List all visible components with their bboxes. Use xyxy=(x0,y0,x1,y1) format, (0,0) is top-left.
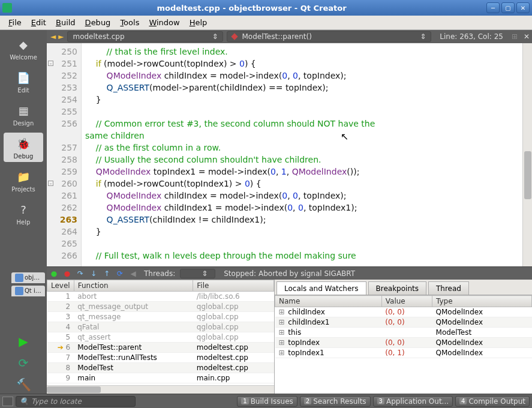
expand-icon[interactable]: ⊞ xyxy=(279,349,286,357)
horizontal-scrollbar[interactable] xyxy=(47,385,274,394)
continue-button[interactable]: ● xyxy=(48,268,60,279)
expand-icon[interactable]: ⊞ xyxy=(279,308,286,316)
gutter-line[interactable]: 254 xyxy=(47,94,77,106)
minimize-button[interactable]: ─ xyxy=(486,2,500,13)
nav-help[interactable]: ?Help xyxy=(4,199,43,228)
code-line[interactable]: // as the first column in a row. xyxy=(85,142,528,154)
code-line[interactable]: if (model->rowCount(topIndex1) > 0) { xyxy=(85,178,528,190)
expand-icon[interactable]: ⊞ xyxy=(279,318,286,326)
menu-tools[interactable]: Tools xyxy=(115,17,144,28)
menu-edit[interactable]: Edit xyxy=(26,17,51,28)
variable-row[interactable]: ⊞ childIndex1(0, 0)QModelIndex xyxy=(275,317,532,328)
column-header[interactable]: Type xyxy=(432,296,532,307)
nav-back-icon[interactable]: ◄ xyxy=(50,32,56,41)
stack-row[interactable]: ➔ 6ModelTest::parentmodeltest.cpp xyxy=(47,343,274,353)
nav-forward-icon[interactable]: ► xyxy=(58,32,64,41)
menu-help[interactable]: Help xyxy=(185,17,212,28)
gutter-line[interactable]: 264 xyxy=(47,226,77,238)
gutter-line[interactable]: -260 xyxy=(47,178,77,190)
code-line[interactable]: } xyxy=(85,94,528,106)
code-line[interactable]: // Usually the second column shouldn't h… xyxy=(85,154,528,166)
code-line[interactable]: QModelIndex childIndex1 = model->index(0… xyxy=(85,202,528,214)
stack-row[interactable]: 8ModelTestmodeltest.cpp xyxy=(47,363,274,373)
menu-debug[interactable]: Debug xyxy=(80,17,116,28)
code-line[interactable]: QModelIndex childIndex = model->index(0,… xyxy=(85,190,528,202)
scroll-thumb[interactable] xyxy=(524,151,531,199)
gutter-line[interactable]: ➔263 xyxy=(47,214,77,226)
column-header[interactable]: Level xyxy=(47,280,74,292)
nav-debug[interactable]: 🐞Debug xyxy=(4,133,43,162)
output-panel-compile-output[interactable]: 4Compile Output xyxy=(455,396,530,407)
step-into-button[interactable]: ↓ xyxy=(88,268,100,279)
locator-input[interactable]: 🔍 Type to locate xyxy=(16,396,136,407)
gutter-line[interactable]: 266 xyxy=(47,250,77,262)
code-line[interactable] xyxy=(85,106,528,118)
maximize-button[interactable]: ▢ xyxy=(501,2,515,13)
stack-row[interactable]: 3qt_messageqglobal.cpp xyxy=(47,312,274,322)
output-panel-build-issues[interactable]: 1Build Issues xyxy=(237,396,297,407)
output-panel-application-out-[interactable]: 3Application Out... xyxy=(373,396,453,407)
code-area[interactable]: // that is the first level index. if (mo… xyxy=(82,43,532,266)
gutter-line[interactable]: 259 xyxy=(47,166,77,178)
code-line[interactable]: QModelIndex topIndex1 = model->index(0, … xyxy=(85,166,528,178)
thread-selector[interactable]: ⇕ xyxy=(180,269,215,278)
build-button[interactable]: 🔨 xyxy=(14,376,32,394)
code-line[interactable]: Q_ASSERT(model->parent(childIndex) == to… xyxy=(85,82,528,94)
code-line[interactable]: // that is the first level index. xyxy=(85,46,528,58)
code-line[interactable]: if (model->rowCount(topIndex) > 0) { xyxy=(85,58,528,70)
step-over-button[interactable]: ↷ xyxy=(74,268,86,279)
column-header[interactable]: Name xyxy=(275,296,382,307)
step-out-button[interactable]: ↑ xyxy=(101,268,113,279)
gutter-line[interactable]: 261 xyxy=(47,190,77,202)
locals-table[interactable]: NameValueType ⊞ childIndex(0, 0)QModelIn… xyxy=(275,295,532,358)
gutter-line[interactable]: 262 xyxy=(47,202,77,214)
code-line[interactable]: QModelIndex childIndex = model->index(0,… xyxy=(85,70,528,82)
code-line[interactable]: // Full test, walk n levels deep through… xyxy=(85,250,528,262)
gutter-line[interactable]: -251 xyxy=(47,58,77,70)
gutter-line[interactable]: 253 xyxy=(47,82,77,94)
gutter-line[interactable]: 265 xyxy=(47,238,77,250)
stack-row[interactable]: 7ModelTest::runAllTestsmodeltest.cpp xyxy=(47,353,274,363)
tab-locals-and-watchers[interactable]: Locals and Watchers xyxy=(276,281,366,295)
nav-welcome[interactable]: ◆Welcome xyxy=(4,34,43,63)
stack-row[interactable]: 4qFatalqglobal.cpp xyxy=(47,322,274,332)
side-tab[interactable]: Qt i...ebug xyxy=(11,286,45,296)
output-panel-search-results[interactable]: 2Search Results xyxy=(300,396,371,407)
gutter-line[interactable]: 257 xyxy=(47,142,77,154)
variable-row[interactable]: ⊞ thisModelTest xyxy=(275,328,532,338)
code-line[interactable]: same children xyxy=(85,130,528,142)
reverse-button[interactable]: ◀ xyxy=(127,268,139,279)
tab-breakpoints[interactable]: Breakpoints xyxy=(368,281,426,295)
vertical-scrollbar[interactable] xyxy=(522,43,532,266)
variable-row[interactable]: ⊞ topIndex1(0, 1)QModelIndex xyxy=(275,348,532,358)
stack-table[interactable]: LevelFunctionFile 1abort/lib/libc.so.62q… xyxy=(47,280,274,383)
output-toggle-button[interactable] xyxy=(2,397,13,406)
menu-file[interactable]: File xyxy=(4,17,26,28)
close-editor-button[interactable]: ✕ xyxy=(521,32,532,41)
nav-projects[interactable]: 📁Projects xyxy=(4,166,43,195)
code-line[interactable] xyxy=(85,238,528,250)
variable-row[interactable]: ⊞ topIndex(0, 0)QModelIndex xyxy=(275,338,532,348)
column-header[interactable]: Value xyxy=(381,296,432,307)
gutter-line[interactable]: 256 xyxy=(47,118,77,130)
stack-row[interactable]: 2qt_message_outputqglobal.cpp xyxy=(47,302,274,312)
open-file-selector[interactable]: modeltest.cpp ⇕ xyxy=(67,31,223,42)
gutter-line[interactable]: 255 xyxy=(47,106,77,118)
code-line[interactable]: Q_ASSERT(childIndex != childIndex1); xyxy=(85,214,528,226)
menu-build[interactable]: Build xyxy=(51,17,80,28)
stop-button[interactable]: ● xyxy=(61,268,73,279)
tab-thread[interactable]: Thread xyxy=(428,281,469,295)
nav-design[interactable]: ▦Design xyxy=(4,100,43,129)
nav-edit[interactable]: 📄Edit xyxy=(4,67,43,96)
close-button[interactable]: ✕ xyxy=(516,2,530,13)
gutter-line[interactable]: 250 xyxy=(47,46,77,58)
stack-row[interactable]: 1abort/lib/libc.so.6 xyxy=(47,292,274,302)
split-icon[interactable]: ⊞ xyxy=(508,32,521,41)
code-line[interactable]: } xyxy=(85,226,528,238)
restart-button[interactable]: ⟳ xyxy=(114,268,126,279)
code-editor[interactable]: 250-251252253254255256 257258259-2602612… xyxy=(47,43,532,266)
expand-icon[interactable]: ⊞ xyxy=(279,338,286,347)
gutter-line[interactable]: 252 xyxy=(47,70,77,82)
run-button[interactable]: ▶ xyxy=(14,332,32,350)
stack-row[interactable]: 5qt_assertqglobal.cpp xyxy=(47,332,274,343)
